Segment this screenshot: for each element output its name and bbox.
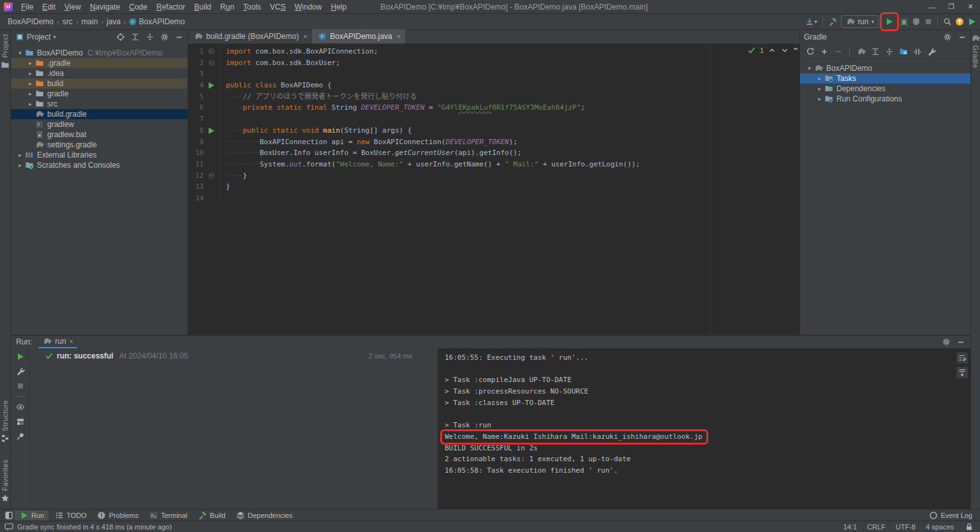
chevron-right-icon[interactable]: ▸ (26, 101, 34, 107)
pin-icon[interactable] (15, 432, 25, 441)
soft-wrap-icon[interactable] (956, 352, 968, 364)
project-tree-row[interactable]: ▸.idea (11, 68, 188, 78)
run-tab[interactable]: run × (38, 336, 77, 348)
toolwindow-switcher-icon[interactable] (4, 511, 13, 520)
line-separator[interactable]: CRLF (867, 523, 886, 531)
run-button[interactable] (882, 15, 896, 29)
gear-icon[interactable] (941, 337, 951, 346)
project-tree-row[interactable]: ▸gradle (11, 89, 188, 99)
menu-window[interactable]: Window (290, 1, 327, 13)
fold-icon[interactable]: − (209, 173, 214, 179)
close-icon[interactable]: × (70, 338, 73, 345)
menu-edit[interactable]: Edit (38, 1, 60, 13)
project-tree-row[interactable]: ▸src (11, 99, 188, 109)
lock-icon[interactable] (964, 522, 974, 531)
collapse-all-icon[interactable] (145, 33, 154, 41)
file-encoding[interactable]: UTF-8 (896, 523, 916, 531)
run-config-select[interactable]: run ▾ (841, 15, 879, 28)
inspection-widget[interactable]: 1 (747, 46, 789, 55)
chevron-up-icon[interactable] (767, 46, 776, 55)
chevron-right-icon[interactable]: ▸ (815, 75, 824, 82)
locate-icon[interactable] (115, 33, 125, 41)
menu-navigate[interactable]: Navigate (85, 1, 124, 13)
minimize-icon[interactable] (174, 33, 184, 41)
scroll-to-end-icon[interactable] (956, 367, 968, 378)
event-log-button[interactable]: Event Log (940, 512, 972, 519)
breadcrumb-item[interactable]: java (105, 17, 122, 26)
editor-scrollbar[interactable] (792, 44, 799, 335)
breadcrumb-item[interactable]: BoxAPIDemo (6, 17, 55, 26)
menu-help[interactable]: Help (326, 1, 351, 13)
tool-tab-favorites[interactable]: Favorites (1, 459, 10, 503)
chevron-right-icon[interactable]: ▸ (815, 96, 824, 102)
wrench-icon[interactable] (15, 367, 25, 376)
plus-icon[interactable] (819, 47, 829, 56)
project-tree-row[interactable]: settings.gradle (11, 140, 188, 150)
project-tree-row[interactable]: gradlew (11, 119, 188, 129)
run-line-icon[interactable] (207, 81, 216, 90)
collapse-all-icon[interactable] (884, 47, 894, 56)
maximize-button[interactable]: ❐ (942, 0, 961, 13)
wrench-icon[interactable] (926, 47, 936, 56)
balloon-icon[interactable] (4, 522, 13, 531)
coverage-button[interactable] (911, 17, 921, 26)
tool-button-problems[interactable]: Problems (93, 510, 143, 521)
elephant-icon[interactable] (856, 47, 866, 56)
group-folder-icon[interactable] (898, 47, 908, 56)
chevron-right-icon[interactable]: ▸ (815, 85, 824, 92)
eye-icon[interactable] (15, 403, 25, 411)
menu-file[interactable]: File (17, 1, 38, 13)
menu-view[interactable]: View (60, 1, 85, 13)
tool-tab-structure[interactable]: Structure (1, 400, 10, 443)
gradle-tree-row[interactable]: ▾BoxAPIDemo (800, 63, 970, 73)
gear-icon[interactable] (942, 33, 952, 41)
expand-all-icon[interactable] (130, 33, 140, 41)
play-icon[interactable] (15, 352, 25, 361)
close-icon[interactable]: × (303, 33, 307, 40)
menu-code[interactable]: Code (124, 1, 152, 13)
chevron-right-icon[interactable]: ▸ (26, 70, 34, 77)
chevron-right-icon[interactable]: ▸ (26, 80, 34, 87)
debug-button[interactable] (899, 17, 909, 26)
close-button[interactable]: ✕ (961, 0, 980, 13)
menu-run[interactable]: Run (216, 1, 239, 13)
update-notification-icon[interactable] (954, 17, 964, 26)
expand-all-icon[interactable] (870, 47, 880, 56)
tab-boxapidemo-java[interactable]: BoxAPIDemo.java × (312, 29, 405, 43)
run-console[interactable]: 16:05:55: Executing task ' run'... > Tas… (438, 348, 954, 509)
minimize-button[interactable]: — (923, 0, 942, 13)
minus-sign-icon[interactable] (833, 47, 843, 56)
minimize-icon[interactable] (957, 33, 967, 41)
chevron-down-icon[interactable]: ▾ (16, 50, 24, 56)
project-tree-row[interactable]: ▸Scratches and Consoles (11, 160, 188, 170)
tool-tab-gradle[interactable]: Gradle (971, 34, 980, 68)
caret-position[interactable]: 14:1 (843, 523, 857, 531)
tab-build-gradle[interactable]: build.gradle (BoxAPIDemo) × (188, 29, 312, 43)
breadcrumb-item[interactable]: main (80, 17, 99, 26)
gradle-tree-row[interactable]: ▸Run Configurations (800, 94, 970, 104)
project-tree-row[interactable]: gradlew.bat (11, 129, 188, 140)
offline-mode-icon[interactable] (912, 47, 922, 56)
chevron-right-icon[interactable]: ▸ (16, 162, 24, 168)
refresh-icon[interactable] (805, 47, 815, 56)
chevron-right-icon[interactable]: ▸ (26, 60, 34, 66)
run-line-icon[interactable] (207, 126, 216, 135)
close-icon[interactable]: × (397, 33, 401, 40)
chevron-right-icon[interactable]: ▸ (26, 91, 34, 97)
tool-button-todo[interactable]: TODO (50, 510, 91, 521)
project-panel-title[interactable]: Project (27, 33, 50, 41)
tool-button-terminal[interactable]: Terminal (144, 510, 192, 521)
breadcrumb-item[interactable]: src (61, 17, 74, 26)
breadcrumb-item[interactable]: BoxAPIDemo (138, 17, 186, 26)
vcs-update-icon[interactable]: ▾ (804, 15, 818, 29)
menu-tools[interactable]: Tools (239, 1, 265, 13)
code-editor[interactable]: 1−import com.box.sdk.BoxAPIConnection;2−… (188, 44, 799, 335)
fold-icon[interactable]: − (209, 48, 214, 54)
minimize-icon[interactable] (956, 337, 965, 346)
tool-button-build[interactable]: Build (193, 510, 230, 521)
build-hammer-icon[interactable] (828, 17, 837, 26)
indent-style[interactable]: 4 spaces (926, 523, 954, 531)
gradle-tree-row[interactable]: ▸Dependencies (800, 84, 970, 94)
project-tree-row[interactable]: ▸build (11, 78, 188, 89)
chevron-down-icon[interactable]: ▾ (805, 65, 813, 71)
